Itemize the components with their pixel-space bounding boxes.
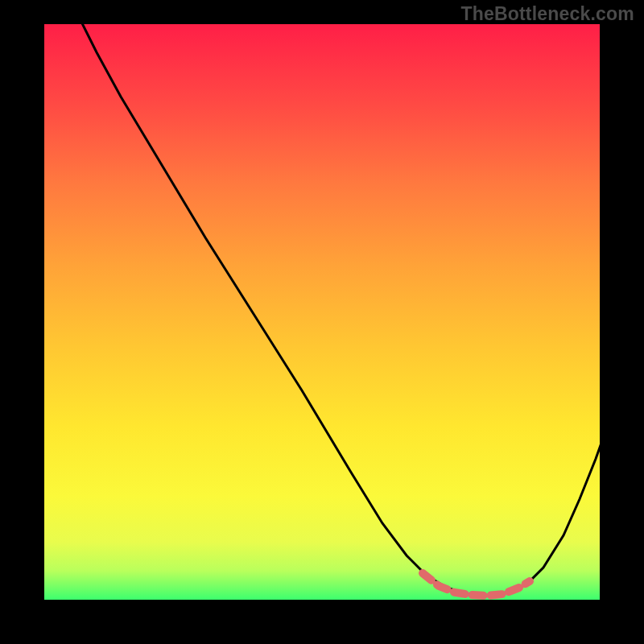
chart-svg <box>44 24 600 600</box>
watermark-text: TheBottleneck.com <box>460 3 634 25</box>
highlight-bottom <box>423 573 530 596</box>
main-curve <box>80 24 600 596</box>
plot-area <box>44 24 600 600</box>
page-root: TheBottleneck.com <box>0 0 644 644</box>
